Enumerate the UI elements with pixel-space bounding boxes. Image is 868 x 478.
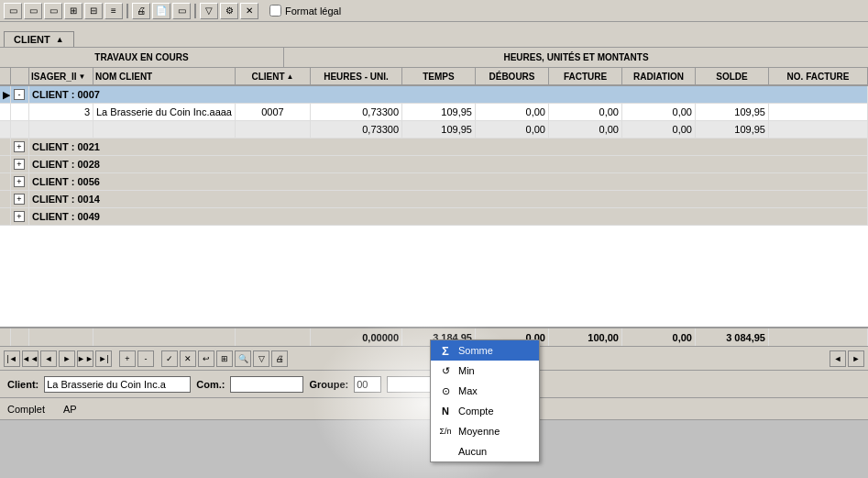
nav-next-group[interactable]: ►► bbox=[77, 350, 93, 367]
cr-label-0021: CLIENT : 0021 bbox=[29, 139, 868, 155]
cr-icon-0028[interactable]: + bbox=[11, 156, 29, 172]
empty-space bbox=[0, 226, 868, 327]
groupe-field-input[interactable] bbox=[354, 376, 381, 393]
nav-search[interactable]: 🔍 bbox=[235, 350, 251, 367]
section-headers: TRAVAUX EN COURS HEURES, UNITÉS ET MONTA… bbox=[0, 48, 868, 68]
cr-icon-0021[interactable]: + bbox=[11, 139, 29, 155]
col-solde[interactable]: SOLDE bbox=[696, 68, 769, 84]
client-row-0021[interactable]: + CLIENT : 0021 bbox=[0, 139, 868, 156]
menu-item-compte[interactable]: N Compte bbox=[431, 401, 539, 421]
toolbar-btn-5[interactable]: ⊟ bbox=[84, 3, 103, 19]
col-debours[interactable]: DÉBOURS bbox=[476, 68, 549, 84]
format-legal-checkbox[interactable] bbox=[269, 5, 281, 17]
toolbar-btn-6[interactable]: ≡ bbox=[104, 3, 123, 19]
col-heures-uni[interactable]: HEURES - UNI. bbox=[311, 68, 402, 84]
nav-btn-3[interactable]: ↩ bbox=[198, 350, 214, 367]
cr-arrow-0014 bbox=[0, 191, 11, 207]
toolbar-btn-1[interactable]: ▭ bbox=[4, 3, 22, 19]
menu-label-max: Max bbox=[458, 385, 478, 396]
section-header-left: TRAVAUX EN COURS bbox=[0, 48, 284, 67]
nav-ok[interactable]: ✓ bbox=[161, 350, 178, 367]
toolbar-btn-11[interactable]: ✕ bbox=[240, 3, 258, 19]
menu-label-compte: Compte bbox=[458, 406, 494, 417]
data-no-facture bbox=[769, 104, 868, 120]
toolbar-btn-4[interactable]: ⊞ bbox=[64, 3, 82, 19]
tb-radiation: 0,00 bbox=[622, 328, 696, 346]
travaux-label: TRAVAUX EN COURS bbox=[94, 52, 188, 62]
section-header-right: HEURES, UNITÉS ET MONTANTS bbox=[284, 48, 868, 67]
col-client[interactable]: CLIENT ▲ bbox=[236, 68, 311, 84]
client-row-0056[interactable]: + CLIENT : 0056 bbox=[0, 173, 868, 191]
data-row-arrow bbox=[0, 104, 11, 120]
cr-icon-0056[interactable]: + bbox=[11, 173, 29, 190]
client-row-0028[interactable]: + CLIENT : 0028 bbox=[0, 156, 868, 173]
menu-item-max[interactable]: ⊙ Max bbox=[431, 381, 539, 401]
subtotal-icon bbox=[11, 121, 29, 138]
data-row-1[interactable]: 3 La Brasserie du Coin Inc.aaaa 0007 0,7… bbox=[0, 104, 868, 121]
subtotal-nom bbox=[93, 121, 236, 138]
nav-remove[interactable]: - bbox=[137, 350, 154, 367]
expand-icon-0007[interactable]: - bbox=[11, 86, 29, 103]
cr-icon-0014[interactable]: + bbox=[11, 191, 29, 207]
toolbar-btn-3[interactable]: ▭ bbox=[44, 3, 62, 19]
nav-filter[interactable]: ▽ bbox=[253, 350, 269, 367]
col-facture[interactable]: FACTURE bbox=[549, 68, 622, 84]
data-heures: 0,73300 bbox=[311, 104, 402, 120]
toolbar-btn-2[interactable]: ▭ bbox=[24, 3, 42, 19]
nav-cancel[interactable]: ✕ bbox=[180, 350, 196, 367]
nav-prev-group[interactable]: ◄◄ bbox=[22, 350, 38, 367]
menu-label-min: Min bbox=[458, 365, 475, 376]
client-tab[interactable]: CLIENT ▲ bbox=[4, 31, 74, 47]
data-solde: 109,95 bbox=[696, 104, 769, 120]
menu-item-min[interactable]: ↺ Min bbox=[431, 361, 539, 381]
nav-last[interactable]: ►| bbox=[95, 350, 112, 367]
subtotal-radiation: 0,00 bbox=[622, 121, 696, 138]
data-radiation: 0,00 bbox=[622, 104, 696, 120]
menu-label-somme: Somme bbox=[458, 345, 493, 356]
client-row-0049[interactable]: + CLIENT : 0049 bbox=[0, 208, 868, 226]
toolbar: ▭ ▭ ▭ ⊞ ⊟ ≡ 🖨 📄 ▭ ▽ ⚙ ✕ Format légal bbox=[0, 0, 868, 22]
menu-item-somme[interactable]: Σ Somme bbox=[431, 340, 539, 361]
nav-btn-4[interactable]: ⊞ bbox=[216, 350, 233, 367]
toolbar-btn-7[interactable]: 🖨 bbox=[132, 3, 150, 19]
toolbar-btn-8[interactable]: 📄 bbox=[152, 3, 170, 19]
menu-item-moyenne[interactable]: Σ/n Moyenne bbox=[431, 421, 539, 441]
nav-print[interactable]: 🖨 bbox=[271, 350, 288, 367]
page-prev[interactable]: ◄ bbox=[830, 350, 846, 367]
subtotal-debours: 0,00 bbox=[476, 121, 549, 138]
page-next[interactable]: ► bbox=[848, 350, 864, 367]
tb-spacer6 bbox=[769, 328, 868, 346]
group-header-0007[interactable]: ▶ - CLIENT : 0007 bbox=[0, 86, 868, 104]
data-isager: 3 bbox=[29, 104, 93, 120]
nav-add[interactable]: + bbox=[119, 350, 136, 367]
toolbar-btn-10[interactable]: ⚙ bbox=[220, 3, 238, 19]
nav-next[interactable]: ► bbox=[59, 350, 75, 367]
col-nom-client[interactable]: NOM CLIENT bbox=[93, 68, 236, 84]
col-radiation[interactable]: RADIATION bbox=[622, 68, 696, 84]
cr-icon-0049[interactable]: + bbox=[11, 208, 29, 225]
menu-item-aucun[interactable]: Aucun bbox=[431, 441, 539, 461]
data-facture: 0,00 bbox=[549, 104, 622, 120]
max-icon: ⊙ bbox=[438, 384, 453, 398]
col-no-facture[interactable]: NO. FACTURE bbox=[769, 68, 868, 84]
cr-label-0014: CLIENT : 0014 bbox=[29, 191, 868, 207]
tb-spacer3 bbox=[29, 328, 93, 346]
toolbar-btn-9[interactable]: ▭ bbox=[172, 3, 191, 19]
nav-prev[interactable]: ◄ bbox=[40, 350, 57, 367]
nav-first[interactable]: |◄ bbox=[4, 350, 20, 367]
menu-label-moyenne: Moyenne bbox=[458, 426, 500, 437]
col-temps[interactable]: TEMPS bbox=[402, 68, 476, 84]
tb-heures: 0,00000 bbox=[311, 328, 402, 346]
com-field-input[interactable] bbox=[230, 376, 303, 393]
subtotal-client bbox=[236, 121, 311, 138]
client-row-0014[interactable]: + CLIENT : 0014 bbox=[0, 191, 868, 208]
compte-icon: N bbox=[438, 404, 453, 418]
tb-spacer1 bbox=[0, 328, 11, 346]
subtotal-row: 0,73300 109,95 0,00 0,00 0,00 109,95 bbox=[0, 121, 868, 139]
col-isager[interactable]: ISAGER_II ▼ bbox=[29, 68, 93, 84]
subtotal-facture: 0,00 bbox=[549, 121, 622, 138]
filter-btn[interactable]: ▽ bbox=[200, 3, 218, 19]
client-field-input[interactable] bbox=[44, 376, 191, 393]
data-client: 0007 bbox=[236, 104, 311, 120]
cr-arrow bbox=[0, 139, 11, 155]
